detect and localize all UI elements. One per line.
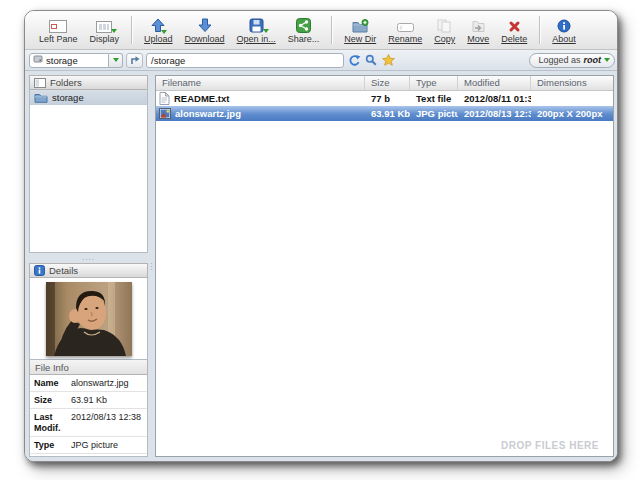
file-info-value: 2012/08/13 12:38 — [71, 412, 143, 434]
star-icon — [382, 54, 395, 66]
share-button[interactable]: Share... — [282, 13, 326, 49]
file-type: JPG picture — [410, 108, 458, 119]
toolbar-separator — [331, 16, 332, 44]
upload-icon — [151, 14, 165, 33]
file-size: 63.91 Kb — [365, 108, 410, 119]
file-info-value: 63.91 Kb — [71, 395, 143, 406]
file-dimensions: 200px X 200px — [531, 108, 613, 119]
file-info-row: Name alonswartz.jpg — [30, 375, 147, 392]
dropdown-arrow-icon — [161, 30, 167, 34]
toolbar-separator — [131, 16, 132, 44]
image-file-icon — [159, 108, 171, 119]
path-input[interactable]: /storage — [146, 53, 344, 68]
file-info-header: File Info — [29, 360, 148, 375]
move-button[interactable]: Move — [461, 13, 495, 49]
move-icon — [471, 14, 486, 33]
file-size: 77 b — [365, 93, 410, 104]
about-button[interactable]: About — [546, 13, 582, 49]
file-list-panel: Filename Size Type Modified Dimensions R… — [155, 75, 614, 457]
left-pane: Folders storage .... Details — [29, 75, 148, 457]
info-icon — [557, 14, 571, 33]
file-modified: 2012/08/11 01:30 — [458, 93, 531, 104]
preview-panel — [29, 278, 148, 360]
file-info-panel: Name alonswartz.jpg Size 63.91 Kb Last M… — [29, 375, 148, 457]
dropdown-arrow-icon — [113, 58, 119, 62]
delete-icon — [508, 14, 521, 33]
logged-as-prefix: Logged as — [538, 55, 580, 65]
vertical-splitter[interactable]: ··· — [148, 75, 155, 457]
folder-icon — [34, 92, 48, 103]
file-info-row: Type JPG picture — [30, 437, 147, 454]
download-icon — [198, 14, 212, 33]
left-pane-button[interactable]: Left Pane — [33, 13, 84, 49]
folders-panel-header[interactable]: Folders — [29, 75, 148, 90]
file-info-label: Last Modif. — [34, 412, 71, 434]
file-name: README.txt — [174, 93, 229, 104]
column-header-filename[interactable]: Filename — [156, 76, 365, 90]
delete-button[interactable]: Delete — [495, 13, 533, 49]
table-row-selected[interactable]: alonswartz.jpg 63.91 Kb JPG picture 2012… — [156, 106, 613, 121]
file-info-label: Size — [34, 395, 71, 406]
file-manager-window: Left Pane Display Upload Download — [24, 10, 618, 462]
upload-button[interactable]: Upload — [138, 13, 179, 49]
file-info-row: Last Modif. 2012/08/13 12:38 — [30, 409, 147, 437]
dropdown-arrow-icon — [111, 29, 117, 33]
folders-panel-icon — [34, 78, 46, 88]
content-area: Folders storage .... Details — [25, 71, 617, 461]
drive-icon — [33, 54, 43, 66]
horizontal-splitter[interactable]: .... — [29, 253, 148, 263]
column-header-type[interactable]: Type — [410, 76, 458, 90]
details-info-icon — [34, 265, 45, 276]
search-button[interactable] — [364, 53, 378, 67]
file-info-value: alonswartz.jpg — [71, 378, 143, 389]
copy-button[interactable]: Copy — [428, 13, 461, 49]
table-row[interactable]: README.txt 77 b Text file 2012/08/11 01:… — [156, 91, 613, 106]
column-header-dimensions[interactable]: Dimensions — [531, 76, 613, 90]
drop-files-hint: DROP FILES HERE — [501, 440, 599, 451]
volume-select[interactable]: storage — [29, 53, 109, 68]
file-modified: 2012/08/13 12:38 — [458, 108, 531, 119]
refresh-button[interactable] — [347, 53, 361, 67]
search-icon — [365, 54, 377, 66]
left-pane-icon — [49, 14, 67, 33]
logged-as-button[interactable]: Logged as root — [529, 53, 615, 68]
refresh-icon — [348, 54, 361, 67]
bookmark-button[interactable] — [381, 53, 395, 67]
file-info-row: Size 63.91 Kb — [30, 392, 147, 409]
open-in-icon — [249, 14, 264, 33]
file-thumbnail[interactable] — [46, 282, 132, 356]
parent-dir-button[interactable] — [126, 53, 143, 68]
new-folder-icon — [352, 14, 369, 33]
display-icon — [96, 14, 112, 33]
file-name: alonswartz.jpg — [175, 108, 241, 119]
text-file-icon — [159, 92, 170, 105]
download-button[interactable]: Download — [179, 13, 231, 49]
column-header-modified[interactable]: Modified — [458, 76, 531, 90]
file-info-label: Type — [34, 440, 71, 451]
file-type: Text file — [410, 93, 458, 104]
toolbar-separator — [539, 16, 540, 44]
toolbar: Left Pane Display Upload Download — [25, 11, 617, 50]
file-info-value: JPG picture — [71, 440, 143, 451]
path-bar: storage /storage Logged as root — [25, 50, 617, 71]
volume-label: storage — [46, 55, 78, 66]
up-dir-icon — [129, 55, 140, 65]
logged-user: root — [584, 55, 602, 65]
rename-icon — [397, 14, 414, 33]
tree-item-storage[interactable]: storage — [30, 90, 147, 105]
rename-button[interactable]: Rename — [382, 13, 428, 49]
dropdown-arrow-icon — [604, 58, 610, 62]
column-header-size[interactable]: Size — [365, 76, 410, 90]
share-icon — [296, 14, 311, 33]
volume-dropdown-button[interactable] — [109, 53, 123, 68]
file-info-label: Name — [34, 378, 71, 389]
copy-icon — [437, 14, 452, 33]
splitter-grip: ··· — [150, 262, 153, 271]
open-in-button[interactable]: Open in... — [231, 13, 282, 49]
details-panel-header[interactable]: Details — [29, 263, 148, 278]
new-dir-button[interactable]: New Dir — [338, 13, 382, 49]
display-button[interactable]: Display — [84, 13, 126, 49]
folder-tree: storage — [29, 90, 148, 253]
dropdown-arrow-icon — [263, 29, 269, 33]
table-header: Filename Size Type Modified Dimensions — [156, 76, 613, 91]
